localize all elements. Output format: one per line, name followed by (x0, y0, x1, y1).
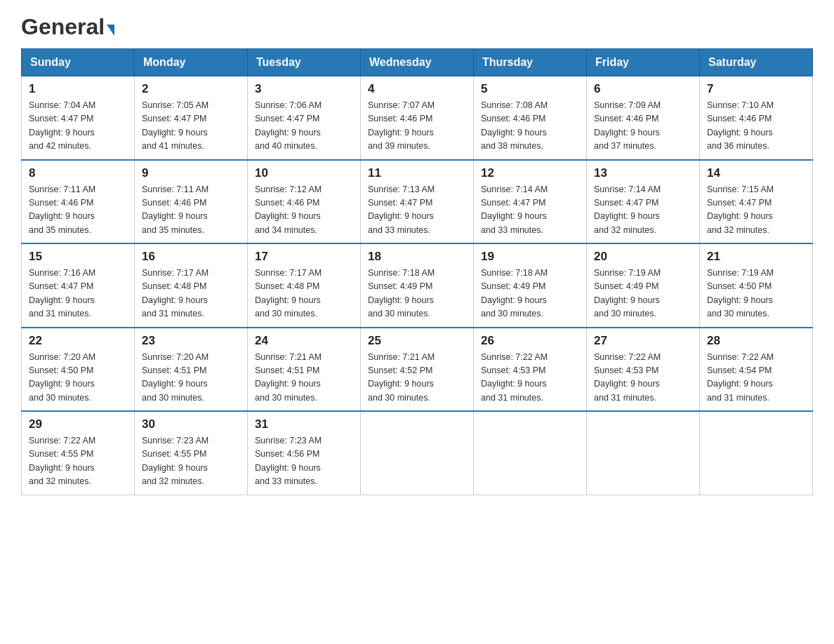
day-info: Sunrise: 7:17 AM Sunset: 4:48 PM Dayligh… (255, 267, 353, 321)
day-number: 17 (255, 250, 353, 264)
day-number: 5 (481, 82, 579, 96)
day-number: 31 (255, 417, 353, 431)
day-number: 6 (594, 82, 692, 96)
calendar-cell: 18 Sunrise: 7:18 AM Sunset: 4:49 PM Dayl… (361, 243, 474, 328)
calendar-cell: 3 Sunrise: 7:06 AM Sunset: 4:47 PM Dayli… (248, 76, 361, 160)
calendar-cell: 28 Sunrise: 7:22 AM Sunset: 4:54 PM Dayl… (700, 328, 813, 412)
day-number: 25 (368, 334, 466, 348)
header-monday: Monday (135, 49, 248, 76)
calendar-cell: 9 Sunrise: 7:11 AM Sunset: 4:46 PM Dayli… (135, 160, 248, 244)
day-info: Sunrise: 7:10 AM Sunset: 4:46 PM Dayligh… (707, 99, 805, 154)
calendar-cell: 22 Sunrise: 7:20 AM Sunset: 4:50 PM Dayl… (22, 328, 135, 412)
day-number: 30 (142, 417, 240, 431)
day-info: Sunrise: 7:22 AM Sunset: 4:53 PM Dayligh… (594, 351, 692, 405)
day-info: Sunrise: 7:23 AM Sunset: 4:55 PM Dayligh… (142, 434, 240, 489)
header-wednesday: Wednesday (361, 49, 474, 76)
day-info: Sunrise: 7:19 AM Sunset: 4:49 PM Dayligh… (594, 267, 692, 321)
day-info: Sunrise: 7:17 AM Sunset: 4:48 PM Dayligh… (142, 267, 240, 321)
calendar-cell: 1 Sunrise: 7:04 AM Sunset: 4:47 PM Dayli… (22, 76, 135, 160)
day-info: Sunrise: 7:18 AM Sunset: 4:49 PM Dayligh… (368, 267, 466, 321)
logo-general-text: General (21, 14, 105, 40)
calendar-cell: 27 Sunrise: 7:22 AM Sunset: 4:53 PM Dayl… (587, 328, 700, 412)
day-number: 16 (142, 250, 240, 264)
calendar-cell: 25 Sunrise: 7:21 AM Sunset: 4:52 PM Dayl… (361, 328, 474, 412)
calendar-cell (474, 411, 587, 495)
day-info: Sunrise: 7:14 AM Sunset: 4:47 PM Dayligh… (481, 183, 579, 238)
header-sunday: Sunday (22, 49, 135, 76)
calendar-cell: 5 Sunrise: 7:08 AM Sunset: 4:46 PM Dayli… (474, 76, 587, 160)
header-thursday: Thursday (474, 49, 587, 76)
calendar-week-1: 1 Sunrise: 7:04 AM Sunset: 4:47 PM Dayli… (22, 76, 813, 160)
day-number: 18 (368, 250, 466, 264)
day-number: 4 (368, 82, 466, 96)
day-number: 29 (29, 417, 127, 431)
day-info: Sunrise: 7:18 AM Sunset: 4:49 PM Dayligh… (481, 267, 579, 321)
day-info: Sunrise: 7:20 AM Sunset: 4:50 PM Dayligh… (29, 351, 127, 405)
day-info: Sunrise: 7:22 AM Sunset: 4:54 PM Dayligh… (707, 351, 805, 405)
day-number: 12 (481, 166, 579, 180)
day-number: 28 (707, 334, 805, 348)
calendar-cell: 26 Sunrise: 7:22 AM Sunset: 4:53 PM Dayl… (474, 328, 587, 412)
calendar-cell: 16 Sunrise: 7:17 AM Sunset: 4:48 PM Dayl… (135, 243, 248, 328)
calendar-cell: 29 Sunrise: 7:22 AM Sunset: 4:55 PM Dayl… (22, 411, 135, 495)
calendar-cell (361, 411, 474, 495)
header-tuesday: Tuesday (248, 49, 361, 76)
day-number: 9 (142, 166, 240, 180)
calendar-table: SundayMondayTuesdayWednesdayThursdayFrid… (21, 48, 813, 495)
day-number: 11 (368, 166, 466, 180)
day-info: Sunrise: 7:22 AM Sunset: 4:53 PM Dayligh… (481, 351, 579, 405)
calendar-cell: 2 Sunrise: 7:05 AM Sunset: 4:47 PM Dayli… (135, 76, 248, 160)
calendar-cell: 19 Sunrise: 7:18 AM Sunset: 4:49 PM Dayl… (474, 243, 587, 328)
day-number: 8 (29, 166, 127, 180)
day-info: Sunrise: 7:21 AM Sunset: 4:51 PM Dayligh… (255, 351, 353, 405)
calendar-header-row: SundayMondayTuesdayWednesdayThursdayFrid… (22, 49, 813, 76)
day-info: Sunrise: 7:04 AM Sunset: 4:47 PM Dayligh… (29, 99, 127, 154)
day-info: Sunrise: 7:16 AM Sunset: 4:47 PM Dayligh… (29, 267, 127, 321)
day-info: Sunrise: 7:06 AM Sunset: 4:47 PM Dayligh… (255, 99, 353, 154)
day-info: Sunrise: 7:14 AM Sunset: 4:47 PM Dayligh… (594, 183, 692, 238)
calendar-cell: 24 Sunrise: 7:21 AM Sunset: 4:51 PM Dayl… (248, 328, 361, 412)
day-info: Sunrise: 7:07 AM Sunset: 4:46 PM Dayligh… (368, 99, 466, 154)
header-saturday: Saturday (700, 49, 813, 76)
day-number: 1 (29, 82, 127, 96)
calendar-cell (700, 411, 813, 495)
logo: General (21, 14, 114, 34)
day-number: 2 (142, 82, 240, 96)
day-number: 7 (707, 82, 805, 96)
calendar-week-3: 15 Sunrise: 7:16 AM Sunset: 4:47 PM Dayl… (22, 243, 813, 328)
day-info: Sunrise: 7:12 AM Sunset: 4:46 PM Dayligh… (255, 183, 353, 238)
day-number: 22 (29, 334, 127, 348)
day-info: Sunrise: 7:15 AM Sunset: 4:47 PM Dayligh… (707, 183, 805, 238)
calendar-cell: 6 Sunrise: 7:09 AM Sunset: 4:46 PM Dayli… (587, 76, 700, 160)
calendar-cell: 13 Sunrise: 7:14 AM Sunset: 4:47 PM Dayl… (587, 160, 700, 244)
day-info: Sunrise: 7:20 AM Sunset: 4:51 PM Dayligh… (142, 351, 240, 405)
day-number: 21 (707, 250, 805, 264)
calendar-cell: 21 Sunrise: 7:19 AM Sunset: 4:50 PM Dayl… (700, 243, 813, 328)
day-info: Sunrise: 7:19 AM Sunset: 4:50 PM Dayligh… (707, 267, 805, 321)
day-number: 26 (481, 334, 579, 348)
calendar-week-2: 8 Sunrise: 7:11 AM Sunset: 4:46 PM Dayli… (22, 160, 813, 244)
calendar-week-4: 22 Sunrise: 7:20 AM Sunset: 4:50 PM Dayl… (22, 328, 813, 412)
day-number: 27 (594, 334, 692, 348)
day-info: Sunrise: 7:11 AM Sunset: 4:46 PM Dayligh… (142, 183, 240, 238)
calendar-cell: 12 Sunrise: 7:14 AM Sunset: 4:47 PM Dayl… (474, 160, 587, 244)
day-info: Sunrise: 7:11 AM Sunset: 4:46 PM Dayligh… (29, 183, 127, 238)
day-number: 24 (255, 334, 353, 348)
day-info: Sunrise: 7:23 AM Sunset: 4:56 PM Dayligh… (255, 434, 353, 489)
page-header: General (21, 14, 813, 34)
day-number: 19 (481, 250, 579, 264)
day-number: 3 (255, 82, 353, 96)
day-number: 15 (29, 250, 127, 264)
calendar-cell: 7 Sunrise: 7:10 AM Sunset: 4:46 PM Dayli… (700, 76, 813, 160)
day-number: 20 (594, 250, 692, 264)
calendar-cell: 23 Sunrise: 7:20 AM Sunset: 4:51 PM Dayl… (135, 328, 248, 412)
day-number: 23 (142, 334, 240, 348)
day-number: 13 (594, 166, 692, 180)
logo-arrow-icon (107, 25, 114, 36)
day-info: Sunrise: 7:13 AM Sunset: 4:47 PM Dayligh… (368, 183, 466, 238)
calendar-cell: 30 Sunrise: 7:23 AM Sunset: 4:55 PM Dayl… (135, 411, 248, 495)
calendar-cell: 14 Sunrise: 7:15 AM Sunset: 4:47 PM Dayl… (700, 160, 813, 244)
day-number: 10 (255, 166, 353, 180)
day-info: Sunrise: 7:05 AM Sunset: 4:47 PM Dayligh… (142, 99, 240, 154)
calendar-cell: 10 Sunrise: 7:12 AM Sunset: 4:46 PM Dayl… (248, 160, 361, 244)
